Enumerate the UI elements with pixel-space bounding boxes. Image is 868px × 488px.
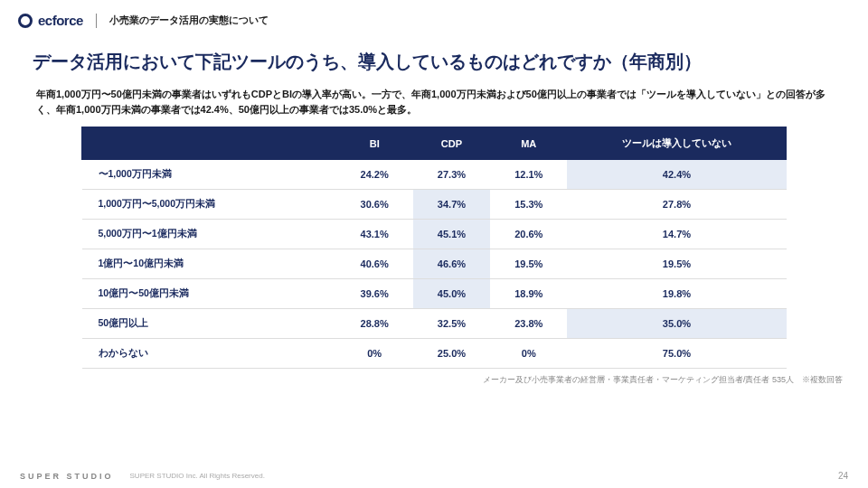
cell-value: 0% [336, 339, 413, 369]
col-header: ツールは導入していない [567, 127, 786, 160]
footer: SUPER STUDIO SUPER STUDIO Inc. All Right… [0, 471, 868, 481]
cell-value: 14.7% [567, 220, 786, 249]
col-header: BI [336, 127, 413, 160]
cell-value: 43.1% [336, 220, 413, 249]
cell-value: 20.6% [490, 220, 567, 249]
cell-value: 28.8% [336, 309, 413, 339]
row-label: 1,000万円〜5,000万円未満 [82, 190, 336, 220]
table-body: 〜1,000万円未満24.2%27.3%12.1%42.4%1,000万円〜5,… [82, 160, 787, 369]
cell-value: 34.7% [413, 190, 490, 220]
footer-studio: SUPER STUDIO [20, 472, 114, 481]
table-row: 〜1,000万円未満24.2%27.3%12.1%42.4% [82, 160, 787, 190]
footer-copyright: SUPER STUDIO Inc. All Rights Reserved. [130, 472, 265, 480]
table-row: 1億円〜10億円未満40.6%46.6%19.5%19.5% [82, 249, 787, 279]
row-label: わからない [82, 339, 336, 369]
cell-value: 30.6% [336, 190, 413, 220]
cell-value: 24.2% [336, 160, 413, 190]
cell-value: 40.6% [336, 249, 413, 279]
cell-value: 27.8% [567, 190, 786, 220]
cell-value: 12.1% [490, 160, 567, 190]
cell-value: 35.0% [567, 309, 786, 339]
table-header-row: BICDPMAツールは導入していない [82, 127, 787, 160]
cell-value: 19.8% [567, 279, 786, 309]
row-label: 〜1,000万円未満 [82, 160, 336, 190]
page-number: 24 [838, 471, 848, 481]
page-title: データ活用において下記ツールのうち、導入しているものはどれですか（年商別） [0, 33, 868, 83]
breadcrumb: 小売業のデータ活用の実態について [109, 14, 269, 27]
cell-value: 18.9% [490, 279, 567, 309]
cell-value: 27.3% [413, 160, 490, 190]
cell-value: 42.4% [567, 160, 786, 190]
cell-value: 25.0% [413, 339, 490, 369]
cell-value: 45.0% [413, 279, 490, 309]
topbar: ecforce 小売業のデータ活用の実態について [0, 0, 868, 33]
row-label: 50億円以上 [82, 309, 336, 339]
data-table: BICDPMAツールは導入していない 〜1,000万円未満24.2%27.3%1… [81, 127, 787, 369]
col-header-blank [82, 127, 336, 160]
table-row: 1,000万円〜5,000万円未満30.6%34.7%15.3%27.8% [82, 190, 787, 220]
cell-value: 19.5% [567, 249, 786, 279]
table-row: 50億円以上28.8%32.5%23.8%35.0% [82, 309, 787, 339]
cell-value: 32.5% [413, 309, 490, 339]
col-header: CDP [413, 127, 490, 160]
cell-value: 0% [490, 339, 567, 369]
logo: ecforce [18, 13, 83, 28]
cell-value: 46.6% [413, 249, 490, 279]
table-row: わからない0%25.0%0%75.0% [82, 339, 787, 369]
cell-value: 19.5% [490, 249, 567, 279]
row-label: 5,000万円〜1億円未満 [82, 220, 336, 249]
col-header: MA [490, 127, 567, 160]
table-container: BICDPMAツールは導入していない 〜1,000万円未満24.2%27.3%1… [0, 127, 868, 369]
cell-value: 23.8% [490, 309, 567, 339]
logo-circle-icon [18, 14, 33, 28]
lead-paragraph: 年商1,000万円〜50億円未満の事業者はいずれもCDPとBIの導入率が高い。一… [0, 83, 868, 127]
row-label: 10億円〜50億円未満 [82, 279, 336, 309]
logo-text: ecforce [38, 13, 83, 28]
cell-value: 45.1% [413, 220, 490, 249]
row-label: 1億円〜10億円未満 [82, 249, 336, 279]
divider [96, 14, 97, 28]
table-row: 10億円〜50億円未満39.6%45.0%18.9%19.8% [82, 279, 787, 309]
table-row: 5,000万円〜1億円未満43.1%45.1%20.6%14.7% [82, 220, 787, 249]
footnote: メーカー及び小売事業者の経営層・事業責任者・マーケティング担当者/責任者 535… [0, 369, 868, 386]
cell-value: 15.3% [490, 190, 567, 220]
cell-value: 75.0% [567, 339, 786, 369]
cell-value: 39.6% [336, 279, 413, 309]
